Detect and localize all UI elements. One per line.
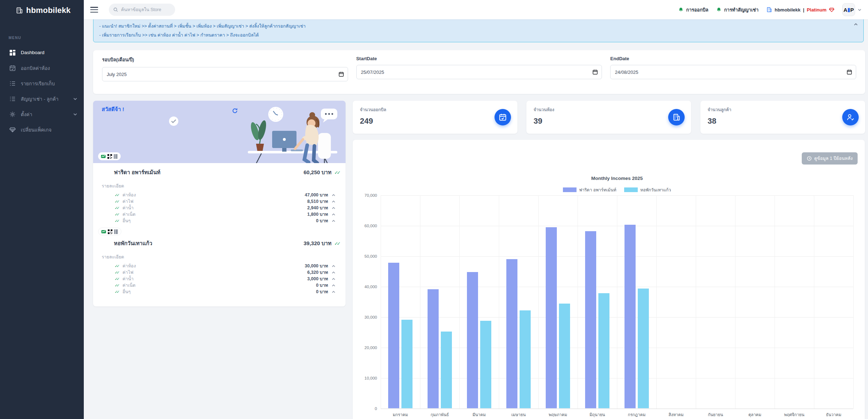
bar-series1[interactable] xyxy=(585,231,596,408)
gridline xyxy=(420,195,420,409)
bar-series1[interactable] xyxy=(467,272,478,408)
charge-row[interactable]: ✓✓ ค่าเน็ต 1,800 บาท xyxy=(115,211,336,218)
calendar-icon[interactable] xyxy=(592,69,598,75)
sidebar-item-change-package[interactable]: เปลี่ยนแพ็คเกจ xyxy=(0,122,84,137)
gridline xyxy=(499,195,499,409)
bar-series2[interactable] xyxy=(598,293,609,408)
caret-up-icon[interactable] xyxy=(332,290,336,294)
chart-plot[interactable]: 010,00020,00030,00040,00050,00060,00070,… xyxy=(381,195,853,409)
caret-up-icon[interactable] xyxy=(332,213,336,216)
bar-series2[interactable] xyxy=(480,321,491,408)
bar-series2[interactable] xyxy=(520,310,531,408)
stat-card-bills: จำนวนออกบิล 249 xyxy=(353,101,517,134)
bar-series1[interactable] xyxy=(546,227,557,408)
collapse-banner-icon[interactable] xyxy=(853,22,858,27)
end-date-input[interactable] xyxy=(611,70,856,75)
stat-card-customers: จำนวนลูกค้า 38 xyxy=(700,101,865,134)
charge-row[interactable]: ✓✓ ค่าห้อง 30,000 บาท xyxy=(115,263,336,269)
gridline xyxy=(381,195,381,409)
user-menu[interactable]: A▮P xyxy=(842,3,862,16)
chevron-down-icon xyxy=(858,8,862,12)
charge-row[interactable]: ✓✓ ค่าไฟ 6,320 บาท xyxy=(115,269,336,276)
chevron-down-icon xyxy=(73,112,77,116)
double-check-icon: ✓✓ xyxy=(115,212,122,217)
caret-up-icon[interactable] xyxy=(332,284,336,287)
legend-swatch xyxy=(563,187,577,192)
refresh-icon[interactable] xyxy=(232,108,238,114)
dashboard-grid-icon xyxy=(9,49,16,56)
calendar-check-icon xyxy=(495,109,511,125)
gridline xyxy=(538,195,539,409)
sidebar-item-settings[interactable]: ตั้งค่า xyxy=(0,106,84,122)
bar-series1[interactable] xyxy=(506,259,517,408)
bar-series1[interactable] xyxy=(428,289,439,408)
bar-series2[interactable] xyxy=(638,289,649,408)
announcement-line: - เพิ่มรายการเรียกเก็บ >> เช่น ค่าห้อง ค… xyxy=(99,32,858,39)
sidebar-item-dashboard[interactable]: Dashboard xyxy=(0,45,84,60)
y-axis-tick: 60,000 xyxy=(356,224,377,228)
caret-up-icon[interactable] xyxy=(332,271,336,275)
charge-row[interactable]: ✓✓ ค่าไฟ 8,510 บาท xyxy=(115,198,336,205)
caret-up-icon[interactable] xyxy=(332,277,336,281)
legend-item[interactable]: ฟาริดา อพาร์ทเม้นท์ xyxy=(563,186,616,193)
calendar-icon[interactable] xyxy=(338,71,344,77)
charge-row[interactable]: ✓✓ ค่าน้ำ 3,000 บาท xyxy=(115,276,336,282)
store-plan-badge[interactable]: hbmobilekk | Platinum xyxy=(766,7,834,13)
sidebar-item-charge-list[interactable]: รายการเรียกเก็บ xyxy=(0,76,84,91)
global-search[interactable] xyxy=(109,4,175,16)
caret-up-icon[interactable] xyxy=(332,219,336,223)
stat-value: 39 xyxy=(534,116,684,126)
caret-up-icon[interactable] xyxy=(332,193,336,197)
view-history-button[interactable]: ดูข้อมูล 1 ปีย้อนหลัง xyxy=(802,152,858,165)
bar-series1[interactable] xyxy=(388,263,399,408)
avatar: A▮P xyxy=(842,3,855,16)
hamburger-menu-icon[interactable] xyxy=(90,7,98,13)
monthly-income-chart-card: ดูข้อมูล 1 ปีย้อนหลัง Monthly Incomes 20… xyxy=(353,140,865,419)
legend-item[interactable]: หอพักวันเทาแก้ว xyxy=(624,186,671,193)
sidebar-item-issue-bill[interactable]: ออกบิลค่าห้อง xyxy=(0,60,84,76)
start-date-input[interactable] xyxy=(357,70,602,75)
notification-contract[interactable]: การทำสัญญาเช่า xyxy=(716,6,758,14)
gear-icon xyxy=(9,111,16,118)
double-check-icon: ✓✓ xyxy=(115,283,122,288)
details-label: รายละเอียด xyxy=(102,253,346,261)
caret-up-icon[interactable] xyxy=(332,200,336,204)
gridline xyxy=(617,195,617,409)
x-axis-label: กรกฎาคม xyxy=(617,411,656,418)
bar-series2[interactable] xyxy=(401,320,413,408)
end-date-field xyxy=(610,65,856,79)
property-name: หอพักวันเทาแก้ว xyxy=(114,239,152,248)
bar-series1[interactable] xyxy=(625,225,636,408)
x-axis-label: กันยายน xyxy=(696,411,735,418)
bill-cycle-input[interactable] xyxy=(102,72,348,77)
plan-label: Platinum xyxy=(807,7,826,13)
property-summary-row[interactable]: หอพักวันเทาแก้ว 39,320 บาท ✓✓ xyxy=(114,239,339,248)
legend-swatch xyxy=(624,187,638,192)
property-summary-row[interactable]: ฟาริดา อพาร์ทเม้นท์ 60,250 บาท ✓✓ xyxy=(114,168,339,177)
notification-contract-label: การทำสัญญาเช่า xyxy=(724,6,758,14)
workspace-illustration xyxy=(93,101,346,163)
charge-row[interactable]: ✓✓ ค่าน้ำ 2,940 บาท xyxy=(115,205,336,211)
stat-value: 38 xyxy=(708,116,858,126)
package-diamond-icon xyxy=(9,127,16,133)
sidebar-item-contracts[interactable]: สัญญาเช่า - ลูกค้า xyxy=(0,91,84,106)
end-date-label: EndDate xyxy=(610,56,856,61)
brand-building-icon xyxy=(16,7,23,14)
charge-row[interactable]: ✓✓ ค่าห้อง 47,000 บาท xyxy=(115,192,336,198)
search-input[interactable] xyxy=(121,7,171,12)
gridline xyxy=(814,195,814,409)
bar-series2[interactable] xyxy=(441,332,452,408)
charge-row[interactable]: ✓✓ ค่าเน็ต 0 บาท xyxy=(115,282,336,289)
top-header: การออกบิล การทำสัญญาเช่า hbmobilekk | Pl… xyxy=(84,0,868,19)
brand[interactable]: hbmobilekk xyxy=(0,0,84,15)
charge-row[interactable]: ✓✓ อื่นๆ 0 บาท xyxy=(115,218,336,224)
calendar-icon[interactable] xyxy=(847,69,852,75)
building-icon xyxy=(668,109,685,125)
bar-series2[interactable] xyxy=(559,304,570,408)
caret-up-icon[interactable] xyxy=(332,264,336,268)
separator: | xyxy=(803,7,804,13)
caret-up-icon[interactable] xyxy=(332,206,336,210)
x-axis-label: มกราคม xyxy=(381,411,420,418)
notification-billing[interactable]: การออกบิล xyxy=(678,6,708,14)
charge-row[interactable]: ✓✓ อื่นๆ 0 บาท xyxy=(115,289,336,295)
